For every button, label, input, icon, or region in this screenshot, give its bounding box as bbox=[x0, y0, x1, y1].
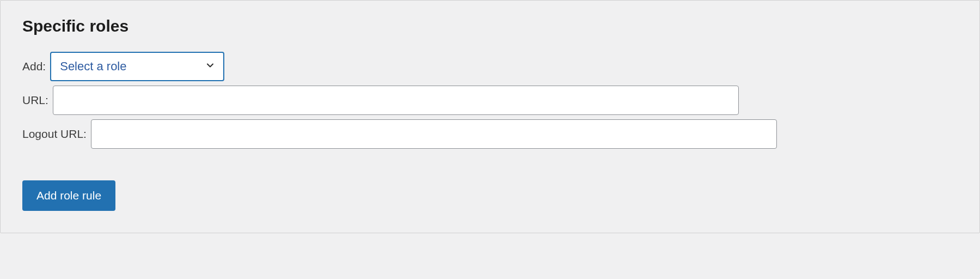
logout-url-label: Logout URL: bbox=[22, 128, 87, 141]
url-input[interactable] bbox=[53, 86, 739, 115]
section-title: Specific roles bbox=[22, 17, 958, 35]
chevron-down-icon bbox=[205, 60, 216, 73]
url-row: URL: bbox=[22, 86, 958, 115]
role-select[interactable]: Select a role bbox=[50, 52, 224, 81]
logout-url-row: Logout URL: bbox=[22, 119, 958, 149]
add-role-row: Add: Select a role bbox=[22, 52, 958, 81]
url-label: URL: bbox=[22, 94, 48, 107]
specific-roles-panel: Specific roles Add: Select a role URL: L… bbox=[0, 0, 980, 233]
logout-url-input[interactable] bbox=[91, 119, 777, 149]
add-label: Add: bbox=[22, 60, 46, 73]
role-select-placeholder: Select a role bbox=[60, 59, 126, 74]
add-role-rule-button[interactable]: Add role rule bbox=[22, 180, 115, 211]
